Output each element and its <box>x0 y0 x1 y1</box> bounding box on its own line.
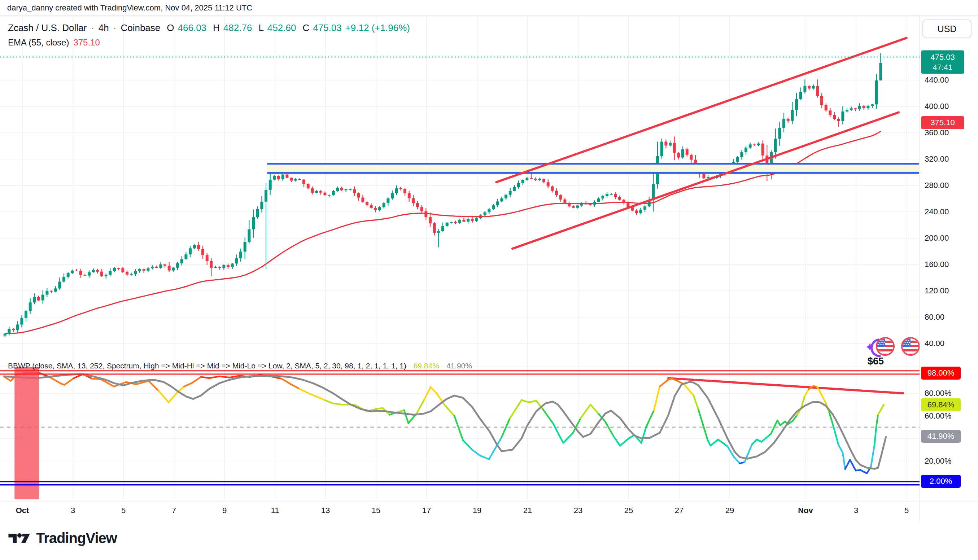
bbwp-level-lines <box>0 371 920 485</box>
last-price-label: 475.03 47:41 <box>921 50 964 74</box>
date-axis-label: 7 <box>172 506 176 515</box>
candlesticks <box>3 53 882 337</box>
price-axis-label: 200.00 <box>925 233 949 243</box>
price-axis-label: 320.00 <box>925 155 949 164</box>
date-axis-label: 13 <box>321 506 330 515</box>
date-axis-label: 11 <box>271 506 279 515</box>
close-value: 475.03 <box>313 22 342 33</box>
bbwp-value-chip: 41.90% <box>921 430 961 443</box>
price-axis-label: 120.00 <box>925 286 949 295</box>
separator-dot: · <box>113 22 117 33</box>
separator-dot: · <box>91 22 94 33</box>
bbwp-ma-line <box>3 374 886 469</box>
bbwp-ma-value: 41.90% <box>447 362 472 370</box>
bbwp-current-value: 69.84% <box>413 362 439 370</box>
price-axis-label: 80.00 <box>925 312 945 322</box>
date-axis-label: 29 <box>725 506 734 515</box>
ema-value: 375.10 <box>73 38 100 48</box>
date-axis-label: 19 <box>473 506 482 515</box>
price-axis-border <box>920 15 920 522</box>
price-axis-label: 240.00 <box>925 207 949 217</box>
change-value: +9.12 (+1.96%) <box>345 22 410 33</box>
low-value: 452.60 <box>267 22 296 33</box>
bbwp-axis-label: 60.00% <box>925 411 951 421</box>
chart-canvas[interactable] <box>0 0 978 560</box>
date-axis-label: Oct <box>16 506 29 515</box>
date-axis-label: 25 <box>624 506 633 515</box>
bbwp-value-chip: 69.84% <box>921 398 961 411</box>
bbwp-value-chip: 2.00% <box>921 475 961 488</box>
price-axis-label: 160.00 <box>925 260 949 269</box>
price-axis-label: 400.00 <box>925 102 949 111</box>
support-zone <box>267 164 919 173</box>
symbol-header: Zcash / U.S. Dollar · 4h · Coinbase O 46… <box>8 22 410 33</box>
ema-indicator-row: EMA (55, close) 375.10 <box>8 38 100 48</box>
date-axis-label: 15 <box>372 506 380 515</box>
date-axis-label: 27 <box>675 506 683 515</box>
pane-divider[interactable] <box>0 367 920 367</box>
ema-line <box>5 131 881 334</box>
price-note-label: $65 <box>868 356 884 367</box>
date-axis-border <box>0 502 978 502</box>
price-axis-label: 280.00 <box>925 181 949 190</box>
date-axis-label: 9 <box>222 506 227 515</box>
date-axis-label: 17 <box>422 506 431 515</box>
tradingview-logo[interactable]: TradingView <box>8 530 117 546</box>
high-value: 482.76 <box>223 22 252 33</box>
symbol-name[interactable]: Zcash / U.S. Dollar <box>8 22 87 33</box>
bbwp-value-chip: 98.00% <box>921 367 961 380</box>
date-axis-label: 21 <box>523 506 532 515</box>
bbwp-axis-label: 80.00% <box>925 388 951 398</box>
ema-price-label: 375.10 <box>921 116 964 129</box>
grid-lines <box>0 15 920 501</box>
date-axis-label: Nov <box>798 506 813 515</box>
interval-label[interactable]: 4h <box>98 22 109 33</box>
price-axis-label: 440.00 <box>925 75 949 85</box>
open-value: 466.03 <box>178 22 207 33</box>
low-letter: L <box>258 22 263 33</box>
tradingview-logo-icon <box>8 530 31 546</box>
open-letter: O <box>167 22 174 33</box>
date-axis-label: 3 <box>71 506 75 515</box>
price-axis-label: 40.00 <box>925 339 945 348</box>
last-price-value: 475.03 <box>925 52 960 62</box>
bbwp-indicator-title[interactable]: BBWP (close, SMA, 13, 252, Spectrum, Hig… <box>8 362 472 370</box>
ema-label[interactable]: EMA (55, close) <box>8 38 69 48</box>
date-axis-label: 5 <box>905 506 909 515</box>
exchange-label: Coinbase <box>120 22 160 33</box>
close-letter: C <box>302 22 309 33</box>
us-flag-icon[interactable] <box>876 337 895 356</box>
tradingview-chart-window: darya_danny created with TradingView.com… <box>0 0 978 560</box>
candle-countdown: 47:41 <box>925 62 960 72</box>
price-axis-label: 360.00 <box>925 128 949 137</box>
date-axis-label: 5 <box>121 506 126 515</box>
bbwp-title-text: BBWP (close, SMA, 13, 252, Spectrum, Hig… <box>8 362 407 370</box>
tradingview-logo-text: TradingView <box>36 530 117 546</box>
us-flag-icon[interactable] <box>901 337 920 356</box>
date-axis-label: 23 <box>574 506 583 515</box>
date-axis-label: 3 <box>854 506 858 515</box>
bbwp-axis-label: 20.00% <box>925 457 951 466</box>
currency-usd-button[interactable]: USD <box>922 20 971 38</box>
high-letter: H <box>213 22 220 33</box>
bbwp-highlight-zone <box>15 367 39 499</box>
